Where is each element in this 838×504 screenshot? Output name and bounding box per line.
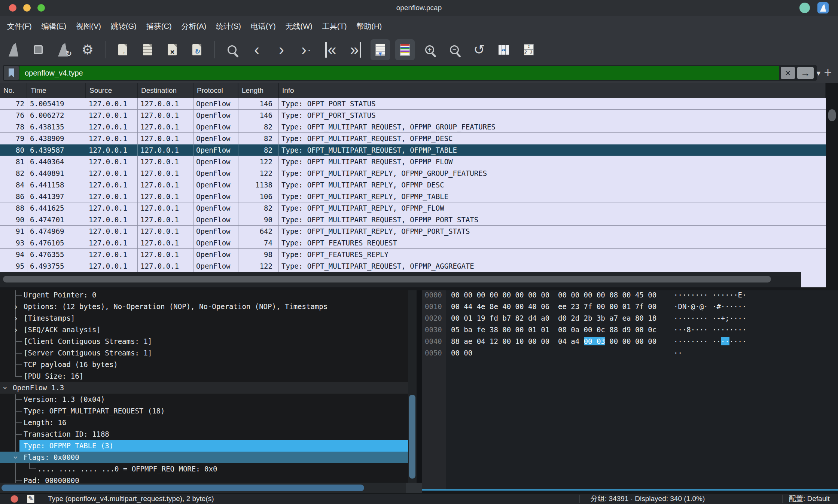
start-capture-button[interactable] (4, 39, 23, 60)
packet-row[interactable]: 946.476355127.0.0.1127.0.0.1OpenFlow98Ty… (0, 249, 826, 260)
detail-row[interactable]: Type: OFPT_MULTIPART_REQUEST (18) (0, 405, 408, 417)
menu-item-edit[interactable]: 编辑(E) (37, 16, 71, 37)
packet-row[interactable]: 886.441625127.0.0.1127.0.0.1OpenFlow82Ty… (0, 202, 826, 214)
packet-row[interactable]: 846.441158127.0.0.1127.0.0.1OpenFlow1138… (0, 179, 826, 191)
filter-bookmark-button[interactable] (4, 66, 19, 80)
detail-row[interactable]: TCP payload (16 bytes) (0, 359, 408, 370)
hex-ascii[interactable]: ········ ·-+;···· (674, 312, 746, 324)
column-header-protocol[interactable]: Protocol (193, 83, 238, 98)
reset-zoom-button[interactable]: ↺ (469, 39, 489, 60)
packet-row[interactable]: 725.005419127.0.0.1127.0.0.1OpenFlow146T… (0, 98, 826, 110)
hex-ascii[interactable]: ·· (674, 347, 682, 359)
detail-row[interactable]: [PDU Size: 16] (0, 370, 408, 382)
menu-item-tools[interactable]: 工具(T) (317, 16, 352, 37)
menu-item-statistics[interactable]: 统计(S) (211, 16, 246, 37)
hex-row[interactable]: 004088 ae 04 12 00 10 00 00 04 a4 00 03 … (422, 336, 834, 347)
detail-row[interactable]: ›[Timestamps] (0, 312, 408, 324)
filter-clear-button[interactable]: × (781, 67, 795, 79)
hex-row[interactable]: 001000 44 4e 8e 40 00 40 06 ee 23 7f 00 … (422, 301, 834, 312)
resize-columns-button[interactable] (494, 39, 514, 60)
detail-row[interactable]: ›OpenFlow 1.3 (0, 382, 408, 394)
detail-row[interactable]: Transaction ID: 1188 (0, 428, 408, 440)
packet-row[interactable]: 786.438135127.0.0.1127.0.0.1OpenFlow82Ty… (0, 121, 826, 133)
save-file-button[interactable] (138, 39, 157, 60)
last-packet-button[interactable]: » (346, 39, 365, 60)
detail-row[interactable]: [Server Contiguous Streams: 1] (0, 347, 408, 359)
hex-bytes[interactable]: 00 00 (451, 347, 472, 359)
hex-row[interactable]: 000000 00 00 00 00 00 00 00 00 00 00 00 … (422, 290, 834, 301)
zoom-in-button[interactable]: + (420, 39, 439, 60)
packet-row[interactable]: 866.441397127.0.0.1127.0.0.1OpenFlow106T… (0, 191, 826, 202)
detail-vscrollbar-thumb[interactable] (409, 395, 415, 479)
display-filter-input[interactable]: openflow_v4.type (19, 66, 779, 80)
packet-row[interactable]: 916.474969127.0.0.1127.0.0.1OpenFlow642T… (0, 226, 826, 237)
hex-bytes[interactable]: 00 44 4e 8e 40 00 40 06 ee 23 7f 00 00 0… (451, 301, 656, 312)
restart-capture-button[interactable]: ↻ (53, 39, 73, 60)
menu-item-help[interactable]: 帮助(H) (351, 16, 387, 37)
next-packet-button[interactable]: › (272, 39, 291, 60)
detail-row[interactable]: ›Flags: 0x0000 (0, 452, 408, 463)
detail-row[interactable]: [Client Contiguous Streams: 1] (0, 336, 408, 347)
filter-add-button[interactable]: + (821, 66, 835, 79)
capture-comment-icon[interactable] (27, 495, 34, 503)
column-header-time[interactable]: Time (27, 83, 86, 98)
packet-list-vscrollbar-thumb[interactable] (828, 109, 836, 121)
packet-row[interactable]: 906.474701127.0.0.1127.0.0.1OpenFlow90Ty… (0, 214, 826, 226)
detail-row[interactable]: Type: OFPMP_TABLE (3) (19, 440, 408, 452)
first-packet-button[interactable]: « (321, 39, 341, 60)
column-header-destination[interactable]: Destination (138, 83, 193, 98)
menu-item-analyze[interactable]: 分析(A) (177, 16, 211, 37)
previous-packet-button[interactable]: ‹ (247, 39, 266, 60)
hex-bytes[interactable]: 00 00 00 00 00 00 00 00 00 00 00 00 08 0… (451, 290, 656, 301)
capture-options-button[interactable]: ⚙ (78, 39, 97, 60)
status-profile[interactable]: 配置: Default (789, 494, 830, 504)
packet-row[interactable]: 806.439587127.0.0.1127.0.0.1OpenFlow82Ty… (0, 144, 826, 156)
menu-item-telephony[interactable]: 电话(Y) (246, 16, 281, 37)
colorize-packets-button[interactable] (395, 39, 415, 60)
pane-splitter[interactable] (417, 290, 422, 493)
menu-item-wireless[interactable]: 无线(W) (281, 16, 317, 37)
packet-row[interactable]: 936.476105127.0.0.1127.0.0.1OpenFlow74Ty… (0, 237, 826, 249)
hex-row[interactable]: 005000 00·· (422, 347, 834, 359)
detail-row[interactable]: Urgent Pointer: 0 (0, 290, 408, 301)
hex-ascii[interactable]: ········ ········ (674, 336, 747, 347)
auto-scroll-button[interactable] (371, 39, 390, 60)
menu-item-view[interactable]: 视图(V) (71, 16, 106, 37)
zoom-out-button[interactable]: − (445, 39, 464, 60)
detail-row[interactable]: Length: 16 (0, 417, 408, 428)
find-packet-button[interactable] (222, 39, 242, 60)
packet-row[interactable]: 766.006272127.0.0.1127.0.0.1OpenFlow146T… (0, 110, 826, 121)
packet-row[interactable]: 956.493755127.0.0.1127.0.0.1OpenFlow122T… (0, 260, 826, 272)
detail-row[interactable]: .... .... .... ...0 = OFPMPF_REQ_MORE: 0… (0, 463, 408, 475)
packet-row[interactable]: 816.440364127.0.0.1127.0.0.1OpenFlow122T… (0, 156, 826, 168)
hex-ascii[interactable]: ·DN·@·@· ·#······ (674, 301, 746, 312)
column-header-info[interactable]: Info (279, 83, 826, 98)
hex-row[interactable]: 002000 01 19 fd b7 82 d4 a0 d0 2d 2b 3b … (422, 312, 834, 324)
detail-row[interactable]: Pad: 00000000 (0, 475, 408, 483)
hex-ascii[interactable]: ········ ······E· (674, 290, 746, 301)
packet-row[interactable]: 796.438909127.0.0.1127.0.0.1OpenFlow82Ty… (0, 133, 826, 144)
expert-info-icon[interactable] (10, 495, 18, 503)
filter-apply-button[interactable]: → (797, 67, 814, 79)
column-header-source[interactable]: Source (86, 83, 138, 98)
open-file-button[interactable]: → (113, 39, 132, 60)
column-header-no[interactable]: No. (0, 83, 27, 98)
hex-bytes[interactable]: 00 01 19 fd b7 82 d4 a0 d0 2d 2b 3b a7 e… (451, 312, 656, 324)
go-to-packet-button[interactable]: ›· (296, 39, 316, 60)
hex-ascii[interactable]: ···8···· ········ (674, 324, 746, 336)
reload-file-button[interactable]: ↻ (187, 39, 207, 60)
menu-item-go[interactable]: 跳转(G) (106, 16, 141, 37)
detail-row[interactable]: Version: 1.3 (0x04) (0, 394, 408, 405)
menu-item-capture[interactable]: 捕获(C) (141, 16, 177, 37)
close-file-button[interactable]: × (162, 39, 182, 60)
detail-row[interactable]: ›[SEQ/ACK analysis] (0, 324, 408, 336)
menu-item-file[interactable]: 文件(F) (2, 16, 37, 37)
packet-list-hscrollbar-thumb[interactable] (3, 276, 771, 282)
hex-bytes[interactable]: 05 ba fe 38 00 00 01 01 08 0a 00 0c 88 d… (451, 324, 656, 336)
hex-row[interactable]: 003005 ba fe 38 00 00 01 01 08 0a 00 0c … (422, 324, 834, 336)
layout-button[interactable] (519, 39, 538, 60)
column-header-length[interactable]: Length (238, 83, 279, 98)
detail-hscrollbar-thumb[interactable] (1, 485, 364, 491)
hex-bytes[interactable]: 88 ae 04 12 00 10 00 00 04 a4 00 03 00 0… (451, 336, 656, 347)
packet-row[interactable]: 826.440891127.0.0.1127.0.0.1OpenFlow122T… (0, 168, 826, 179)
